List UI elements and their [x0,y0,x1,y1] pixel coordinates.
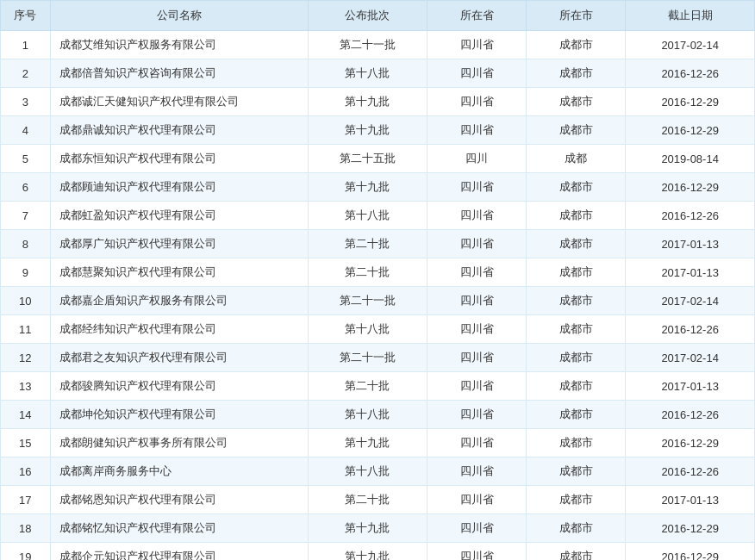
cell-name: 成都艾维知识产权服务有限公司 [50,31,308,59]
table-row: 8成都厚广知识产权代理有限公司第二十批四川省成都市2017-01-13 [1,230,755,258]
table-row: 12成都君之友知识产权代理有限公司第二十一批四川省成都市2017-02-14 [1,344,755,372]
cell-name: 成都鼎诚知识产权代理有限公司 [50,116,308,145]
main-table-container: 序号 公司名称 公布批次 所在省 所在市 截止日期 1成都艾维知识产权服务有限公… [0,0,755,560]
header-batch: 公布批次 [308,1,427,31]
cell-city: 成都市 [527,287,626,315]
cell-date: 2016-12-26 [626,315,755,344]
cell-seq: 15 [1,429,51,457]
cell-province: 四川省 [427,457,527,486]
cell-name: 成都君之友知识产权代理有限公司 [50,344,308,372]
cell-batch: 第二十一批 [308,344,427,372]
header-province: 所在省 [427,1,527,31]
cell-seq: 14 [1,401,51,429]
cell-date: 2016-12-26 [626,457,755,486]
cell-batch: 第十八批 [308,457,427,486]
cell-batch: 第十八批 [308,202,427,230]
cell-province: 四川省 [427,344,527,372]
cell-name: 成都嘉企盾知识产权服务有限公司 [50,287,308,315]
cell-province: 四川省 [427,287,527,315]
cell-province: 四川省 [427,486,527,514]
table-row: 14成都坤伦知识产权代理有限公司第十八批四川省成都市2016-12-26 [1,401,755,429]
cell-name: 成都骏腾知识产权代理有限公司 [50,372,308,401]
cell-seq: 13 [1,372,51,401]
cell-province: 四川省 [427,315,527,344]
cell-date: 2017-01-13 [626,372,755,401]
cell-city: 成都市 [527,457,626,486]
cell-batch: 第二十批 [308,486,427,514]
data-table: 序号 公司名称 公布批次 所在省 所在市 截止日期 1成都艾维知识产权服务有限公… [0,0,755,560]
header-seq: 序号 [1,1,51,31]
cell-province: 四川省 [427,372,527,401]
cell-name: 成都坤伦知识产权代理有限公司 [50,401,308,429]
table-row: 16成都离岸商务服务中心第十八批四川省成都市2016-12-26 [1,457,755,486]
cell-province: 四川省 [427,258,527,287]
cell-seq: 18 [1,514,51,543]
cell-name: 成都慧聚知识产权代理有限公司 [50,258,308,287]
table-row: 5成都东恒知识产权代理有限公司第二十五批四川成都2019-08-14 [1,145,755,173]
cell-date: 2016-12-29 [626,543,755,561]
cell-date: 2016-12-26 [626,59,755,88]
cell-seq: 12 [1,344,51,372]
cell-batch: 第十八批 [308,315,427,344]
cell-province: 四川省 [427,429,527,457]
cell-date: 2016-12-29 [626,88,755,116]
cell-seq: 16 [1,457,51,486]
cell-seq: 19 [1,543,51,561]
cell-city: 成都市 [527,315,626,344]
cell-province: 四川省 [427,59,527,88]
cell-city: 成都 [527,145,626,173]
cell-seq: 10 [1,287,51,315]
cell-name: 成都企元知识产权代理有限公司 [50,543,308,561]
cell-province: 四川省 [427,173,527,202]
table-header-row: 序号 公司名称 公布批次 所在省 所在市 截止日期 [1,1,755,31]
cell-city: 成都市 [527,372,626,401]
cell-city: 成都市 [527,202,626,230]
cell-date: 2017-01-13 [626,230,755,258]
cell-name: 成都东恒知识产权代理有限公司 [50,145,308,173]
table-row: 13成都骏腾知识产权代理有限公司第二十批四川省成都市2017-01-13 [1,372,755,401]
table-row: 19成都企元知识产权代理有限公司第十九批四川省成都市2016-12-29 [1,543,755,561]
cell-province: 四川省 [427,514,527,543]
cell-name: 成都倍普知识产权咨询有限公司 [50,59,308,88]
cell-province: 四川省 [427,116,527,145]
header-name: 公司名称 [50,1,308,31]
cell-batch: 第十八批 [308,59,427,88]
table-row: 3成都诚汇天健知识产权代理有限公司第十九批四川省成都市2016-12-29 [1,88,755,116]
cell-city: 成都市 [527,486,626,514]
cell-batch: 第二十批 [308,258,427,287]
cell-province: 四川 [427,145,527,173]
cell-name: 成都厚广知识产权代理有限公司 [50,230,308,258]
cell-date: 2016-12-29 [626,514,755,543]
cell-province: 四川省 [427,401,527,429]
cell-date: 2016-12-29 [626,173,755,202]
cell-city: 成都市 [527,88,626,116]
cell-seq: 2 [1,59,51,88]
cell-batch: 第十九批 [308,514,427,543]
cell-province: 四川省 [427,543,527,561]
table-row: 7成都虹盈知识产权代理有限公司第十八批四川省成都市2016-12-26 [1,202,755,230]
table-row: 17成都铭恩知识产权代理有限公司第二十批四川省成都市2017-01-13 [1,486,755,514]
cell-name: 成都朗健知识产权事务所有限公司 [50,429,308,457]
table-row: 18成都铭忆知识产权代理有限公司第十九批四川省成都市2016-12-29 [1,514,755,543]
cell-batch: 第十九批 [308,429,427,457]
cell-seq: 17 [1,486,51,514]
cell-seq: 3 [1,88,51,116]
cell-name: 成都虹盈知识产权代理有限公司 [50,202,308,230]
cell-city: 成都市 [527,173,626,202]
table-row: 10成都嘉企盾知识产权服务有限公司第二十一批四川省成都市2017-02-14 [1,287,755,315]
cell-seq: 7 [1,202,51,230]
cell-batch: 第十八批 [308,401,427,429]
cell-date: 2016-12-29 [626,116,755,145]
cell-batch: 第二十批 [308,230,427,258]
cell-date: 2016-12-26 [626,401,755,429]
cell-batch: 第十九批 [308,88,427,116]
cell-batch: 第十九批 [308,116,427,145]
cell-province: 四川省 [427,88,527,116]
cell-seq: 11 [1,315,51,344]
cell-province: 四川省 [427,230,527,258]
table-row: 1成都艾维知识产权服务有限公司第二十一批四川省成都市2017-02-14 [1,31,755,59]
table-row: 2成都倍普知识产权咨询有限公司第十八批四川省成都市2016-12-26 [1,59,755,88]
cell-batch: 第十九批 [308,173,427,202]
cell-batch: 第二十批 [308,372,427,401]
table-row: 15成都朗健知识产权事务所有限公司第十九批四川省成都市2016-12-29 [1,429,755,457]
